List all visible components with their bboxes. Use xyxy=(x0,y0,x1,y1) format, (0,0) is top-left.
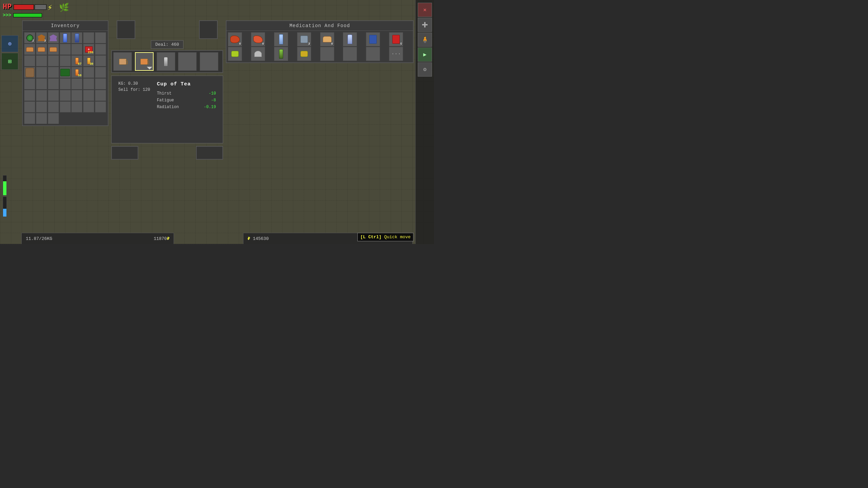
inv-slot-26[interactable] xyxy=(24,78,35,89)
right-slot-empty2[interactable] xyxy=(343,47,357,61)
right-count-3: 3 xyxy=(308,42,310,46)
right-slot-more[interactable]: ··· xyxy=(389,47,403,61)
stat-value-radiation: -0.19 xyxy=(204,105,216,109)
inv-slot-30[interactable] xyxy=(71,78,82,89)
inv-slot-42[interactable] xyxy=(48,101,59,113)
inv-slot-17[interactable] xyxy=(60,55,71,66)
inv-slot-29[interactable] xyxy=(60,78,71,89)
inv-slot-backpack[interactable] xyxy=(24,67,35,78)
right-slot-veg2[interactable] xyxy=(297,47,311,61)
inv-slot-37[interactable] xyxy=(71,90,82,101)
inv-slot-7[interactable] xyxy=(95,32,106,43)
right-slot-water[interactable] xyxy=(343,32,357,46)
inv-slot-33[interactable] xyxy=(24,90,35,101)
inv-slot-toolbox[interactable] xyxy=(60,67,71,78)
right-slot-mush[interactable] xyxy=(251,47,265,61)
shop-money-value: 145630 xyxy=(253,236,269,241)
inv-slot-9[interactable] xyxy=(36,44,47,55)
inv-slot-41[interactable] xyxy=(36,101,47,113)
inv-slot-21[interactable] xyxy=(36,67,47,78)
bottom-slot-2[interactable] xyxy=(196,146,223,160)
ui-overlay: Inventory 2 3 xyxy=(0,0,434,244)
tooltip-stat-radiation: Radiation -0.19 xyxy=(157,105,216,109)
inv-slot-19[interactable]: 30 xyxy=(83,55,94,66)
inv-slot-5[interactable] xyxy=(71,32,82,43)
inv-slot-38[interactable] xyxy=(83,90,94,101)
inv-slot-14[interactable] xyxy=(24,55,35,66)
item-bread-2 xyxy=(38,47,45,52)
shop-slot-cup[interactable] xyxy=(113,52,132,71)
equipment-slot-1[interactable] xyxy=(117,20,135,39)
top-slots-row xyxy=(111,20,223,39)
inv-slot-12[interactable] xyxy=(71,44,82,55)
inv-slot-8[interactable] xyxy=(24,44,35,55)
money-sign: ₽ xyxy=(167,236,170,241)
medic-icon-button[interactable] xyxy=(418,18,432,32)
right-slot-redbox[interactable]: 5 xyxy=(389,32,403,46)
item-value-206: 206 xyxy=(88,51,93,54)
inv-slot-13[interactable] xyxy=(95,44,106,55)
right-slot-veg1[interactable] xyxy=(228,47,242,61)
money-display: 11870₽ xyxy=(154,236,170,241)
inv-slot-36[interactable] xyxy=(60,90,71,101)
inv-slot-10[interactable] xyxy=(48,44,59,55)
shop-slot-selected[interactable] xyxy=(135,52,154,71)
inv-slot-28[interactable] xyxy=(48,78,59,89)
inv-slot-4[interactable] xyxy=(60,32,71,43)
shop-slot-5[interactable] xyxy=(200,52,218,71)
inv-slot-20[interactable] xyxy=(95,55,106,66)
shop-slot-4[interactable] xyxy=(178,52,197,71)
item-cup-selected xyxy=(140,59,148,65)
inventory-grid: 2 3 xyxy=(23,31,108,125)
inv-slot-15[interactable] xyxy=(36,55,47,66)
inv-slot-11[interactable] xyxy=(60,44,71,55)
bottom-left-bar: 11.87/26KG 11870₽ xyxy=(21,233,174,244)
inv-slot-3[interactable] xyxy=(48,32,59,43)
inv-slot-35[interactable] xyxy=(48,90,59,101)
inv-slot-40[interactable] xyxy=(24,101,35,113)
inventory-panel: Inventory 2 3 xyxy=(22,20,108,126)
right-slot-bottle1[interactable] xyxy=(274,32,288,46)
bottom-slot-1[interactable] xyxy=(111,146,138,160)
inv-slot-31[interactable] xyxy=(83,78,94,89)
item-bread-3 xyxy=(50,47,57,52)
item-backpack xyxy=(25,68,34,77)
right-slot-can[interactable]: 3 xyxy=(297,32,311,46)
right-slot-meat1[interactable]: 6 xyxy=(228,32,242,46)
equipment-slot-2[interactable] xyxy=(199,20,218,39)
shop-slot-liquor[interactable] xyxy=(157,52,175,71)
right-slot-meat2[interactable]: 6 xyxy=(251,32,265,46)
character-icon-button[interactable]: 🧍 xyxy=(418,33,432,47)
inv-slot-23[interactable]: 50 xyxy=(71,67,82,78)
inv-slot-44[interactable] xyxy=(71,101,82,113)
inv-slot-39[interactable] xyxy=(95,90,106,101)
next-button[interactable]: ▶ xyxy=(418,47,432,62)
inv-slot-43[interactable] xyxy=(60,101,71,113)
inv-slot-24[interactable] xyxy=(83,67,94,78)
settings-button[interactable]: ⚙ xyxy=(418,62,432,77)
right-count-6b: 6 xyxy=(262,42,264,46)
shop-money-display: ₽ 145630 xyxy=(248,236,269,241)
right-slot-bluebox[interactable] xyxy=(366,32,380,46)
inv-slot-49[interactable] xyxy=(48,113,59,124)
inv-slot-18[interactable]: 87 xyxy=(71,55,82,66)
close-button[interactable]: ✕ xyxy=(418,3,432,17)
inv-slot-16[interactable] xyxy=(48,55,59,66)
right-slot-empty3[interactable] xyxy=(366,47,380,61)
inv-slot-47[interactable] xyxy=(24,113,35,124)
right-slot-empty1[interactable] xyxy=(320,47,334,61)
inv-slot-27[interactable] xyxy=(36,78,47,89)
inv-slot-6[interactable] xyxy=(83,32,94,43)
inv-slot-1[interactable]: 2 xyxy=(24,32,35,43)
inv-slot-2[interactable]: 3 xyxy=(36,32,47,43)
inv-slot-48[interactable] xyxy=(36,113,47,124)
inv-slot-46[interactable] xyxy=(95,101,106,113)
right-slot-loaf[interactable]: 6 xyxy=(320,32,334,46)
inv-slot-45[interactable] xyxy=(83,101,94,113)
inv-slot-medkit[interactable]: 206 xyxy=(83,44,94,55)
inv-slot-34[interactable] xyxy=(36,90,47,101)
right-slot-bottle-green[interactable] xyxy=(274,47,288,61)
inv-slot-32[interactable] xyxy=(95,78,106,89)
inv-slot-25[interactable] xyxy=(95,67,106,78)
inv-slot-22[interactable] xyxy=(48,67,59,78)
